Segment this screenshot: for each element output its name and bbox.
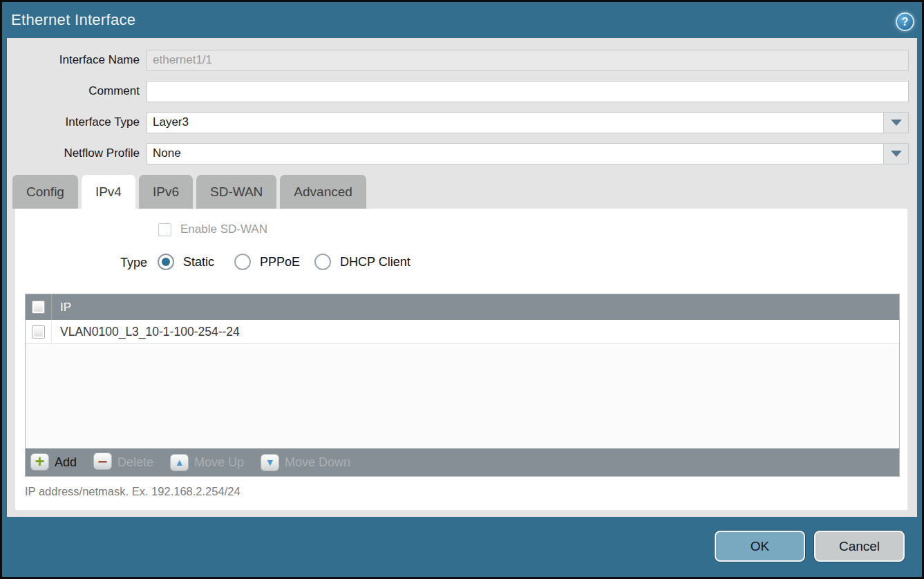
enable-sdwan-label: Enable SD-WAN <box>180 222 267 236</box>
radio-pppoe[interactable] <box>234 254 251 270</box>
interface-name-label: Interface Name <box>7 53 140 67</box>
tab-ipv6[interactable]: IPv6 <box>139 175 193 209</box>
move-down-icon: ▼ <box>261 454 279 471</box>
comment-input[interactable] <box>147 81 909 102</box>
add-icon: + <box>30 453 49 471</box>
type-radio-group: Type Static PPPoE DHCP Client <box>15 253 907 274</box>
interface-type-row: Interface Type Layer3 <box>7 111 917 133</box>
tab-strip: Config IPv4 IPv6 SD-WAN Advanced <box>12 175 370 209</box>
row-checkbox[interactable] <box>32 325 45 339</box>
header-checkbox-cell <box>26 301 51 314</box>
dialog-content: Interface Name Comment Interface Type La… <box>7 38 917 517</box>
enable-sdwan-row: Enable SD-WAN <box>158 222 267 236</box>
netflow-profile-label: Netflow Profile <box>7 146 140 160</box>
radio-dot <box>162 258 170 266</box>
ip-table-header: IP <box>26 294 899 320</box>
move-up-button-label: Move Up <box>194 455 244 470</box>
table-empty-area <box>26 344 899 448</box>
delete-button-label: Delete <box>117 455 153 470</box>
ok-button[interactable]: OK <box>715 531 805 562</box>
cancel-button[interactable]: Cancel <box>814 531 905 562</box>
interface-type-select[interactable]: Layer3 <box>147 112 884 133</box>
chevron-down-icon <box>891 120 902 126</box>
type-label: Type <box>120 256 147 270</box>
add-button[interactable]: + Add <box>30 455 77 471</box>
tab-ipv4[interactable]: IPv4 <box>82 175 135 209</box>
interface-type-label: Interface Type <box>7 115 140 129</box>
radio-dhcp-client[interactable] <box>314 254 331 270</box>
select-all-checkbox[interactable] <box>32 301 45 314</box>
tab-sdwan[interactable]: SD-WAN <box>196 175 276 209</box>
ip-table: IP VLAN0100_L3_10-1-100-254--24 + Add <box>25 294 900 477</box>
interface-type-dropdown-button[interactable] <box>883 112 909 133</box>
move-down-button[interactable]: ▼ Move Down <box>261 454 350 471</box>
ip-column-header: IP <box>52 301 71 314</box>
interface-name-row: Interface Name <box>7 49 917 71</box>
add-button-label: Add <box>55 455 77 470</box>
dialog-titlebar: Ethernet Interface ? <box>2 2 922 38</box>
netflow-profile-dropdown-button[interactable] <box>883 143 909 164</box>
table-toolbar: + Add − Delete ▲ Move Up ▼ Move Down <box>26 448 899 476</box>
netflow-profile-row: Netflow Profile None <box>7 142 917 164</box>
netflow-profile-select[interactable]: None <box>147 143 884 164</box>
table-row[interactable]: VLAN0100_L3_10-1-100-254--24 <box>26 320 899 344</box>
ipv4-panel: Enable SD-WAN Type Static PPPoE DHCP Cli… <box>15 209 907 510</box>
comment-label: Comment <box>7 84 140 98</box>
chevron-down-icon <box>891 151 902 157</box>
row-checkbox-cell <box>26 325 51 339</box>
comment-row: Comment <box>7 80 917 102</box>
interface-name-input <box>147 50 909 71</box>
move-up-icon: ▲ <box>170 454 189 471</box>
ethernet-interface-dialog: Ethernet Interface ? Interface Name Comm… <box>0 0 924 579</box>
help-icon[interactable]: ? <box>896 12 914 31</box>
dialog-title: Ethernet Interface <box>11 2 135 38</box>
radio-static-label: Static <box>183 255 214 269</box>
tab-advanced[interactable]: Advanced <box>280 175 366 209</box>
move-down-button-label: Move Down <box>285 455 350 470</box>
delete-button[interactable]: − Delete <box>93 455 153 470</box>
dialog-footer: OK Cancel <box>2 517 922 577</box>
tab-config[interactable]: Config <box>12 175 78 209</box>
radio-dhcp-client-label: DHCP Client <box>340 255 411 269</box>
enable-sdwan-checkbox <box>158 223 171 236</box>
radio-static[interactable] <box>158 254 174 270</box>
delete-icon: − <box>93 453 112 470</box>
ip-cell: VLAN0100_L3_10-1-100-254--24 <box>52 325 240 339</box>
ip-format-hint: IP address/netmask. Ex. 192.168.2.254/24 <box>25 485 241 498</box>
move-up-button[interactable]: ▲ Move Up <box>170 454 244 471</box>
radio-pppoe-label: PPPoE <box>260 255 300 269</box>
